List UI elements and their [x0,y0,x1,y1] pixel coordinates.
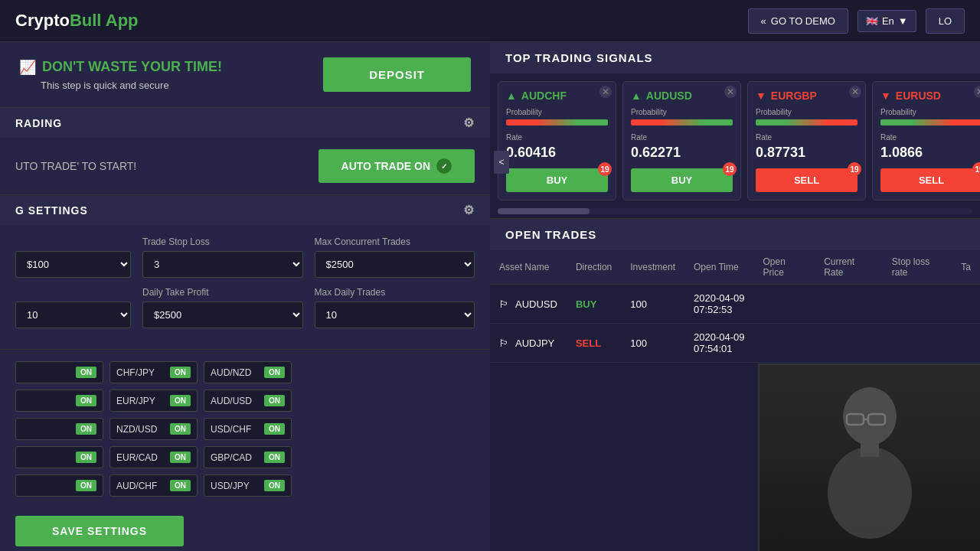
signal-pair-1: ▲ AUDUSD [631,90,733,102]
flag-1: 🏳 [499,337,509,349]
signals-scrollbar[interactable] [498,208,972,214]
asset-field: $100 [15,247,131,278]
rate-value-0: 0.60416 [506,145,608,161]
signal-pair-3: ▼ EURUSD [880,90,980,102]
ss-select[interactable]: 10 [15,302,131,328]
cell-asset-0: 🏳 AUDUSD [490,285,567,324]
on-badge-4: ON [76,452,96,463]
auto-trade-prompt: UTO TRADE' TO START! [15,160,136,172]
settings-gear-icon[interactable]: ⚙ [463,203,475,217]
stop-loss-select[interactable]: 3 [142,251,302,278]
on-badge-chfjpy: ON [170,367,191,378]
signal-close-1[interactable]: ✕ [724,86,737,98]
action-btn-1[interactable]: BUY 19 [631,168,733,192]
rate-label-1: Rate [631,133,733,142]
toggle-eurjpy[interactable]: EUR/JPY ON [109,390,198,412]
col-direction: Direction [567,250,621,285]
toggle-usdchf[interactable]: USD/CHF ON [204,418,292,440]
on-badge-gbpcad: ON [264,452,285,463]
pair-audchf: AUD/CHF [116,481,157,491]
deposit-banner: 📈 DON'T WASTE YOUR TIME! This step is qu… [0,42,490,108]
cell-investment-1: 100 [621,324,684,363]
asset-select[interactable]: $100 [15,251,131,278]
signal-close-2[interactable]: ✕ [849,86,861,98]
toggle-left-3[interactable]: ON [15,418,103,440]
concurrent-select[interactable]: $2500 [315,251,475,278]
toggle-left-2[interactable]: ON [15,390,103,412]
header: CryptoBull App « GO TO DEMO 🇬🇧 En ▼ LO [0,0,980,42]
action-btn-2[interactable]: SELL 19 [756,168,858,192]
auto-trade-button[interactable]: AUTO TRADE ON ✓ [318,149,475,183]
toggle-eurcad[interactable]: EUR/CAD ON [109,446,198,468]
signal-close-0[interactable]: ✕ [599,86,612,98]
toggle-nzdusd[interactable]: NZD/USD ON [109,418,198,440]
go-demo-button[interactable]: « GO TO DEMO [748,8,848,34]
signal-name-0: AUDCHF [521,90,567,102]
col-ta: Ta [952,250,980,285]
webcam-overlay [758,364,980,551]
settings-row-2: 10 Daily Take Profit $2500 Max Daily Tra… [15,287,475,328]
save-settings-button[interactable]: SAVE SETTINGS [15,516,184,546]
save-settings-row: SAVE SETTINGS [0,508,490,551]
take-profit-field: Daily Take Profit $2500 [142,287,302,328]
settings-row-1: $100 Trade Stop Loss 3 Max Concurrent Tr… [15,236,475,278]
rate-value-3: 1.0866 [880,145,980,161]
prob-bar-1 [631,119,733,126]
toggle-gbpcad[interactable]: GBP/CAD ON [204,446,292,468]
concurrent-label: Max Concurrent Trades [315,236,475,247]
person-silhouette [801,374,939,543]
go-demo-label: GO TO DEMO [771,15,835,27]
toggle-usdjpy[interactable]: USD/JPY ON [204,474,292,497]
daily-trades-select[interactable]: 10 [315,302,475,328]
table-header-row: Asset Name Direction Investment Open Tim… [490,250,980,285]
toggle-audchf[interactable]: AUD/CHF ON [109,474,198,497]
rate-label-0: Rate [506,133,608,142]
action-btn-3[interactable]: SELL 19 [880,168,980,192]
signal-pair-0: ▲ AUDCHF [506,90,608,102]
asset-name-0: AUDUSD [515,298,557,310]
col-open-time: Open Time [684,250,754,285]
pair-eurcad: EUR/CAD [116,452,158,463]
login-button[interactable]: LO [926,8,965,34]
trade-count-1: 19 [723,162,737,176]
toggle-audusd[interactable]: AUD/USD ON [204,390,292,412]
pair-eurjpy: EUR/JPY [116,396,155,406]
on-badge-audusd: ON [264,395,285,406]
table-row: 🏳 AUDUSD BUY 100 2020-04-09 07:52:53 [490,285,980,324]
toggle-chfjpy[interactable]: CHF/JPY ON [109,361,198,383]
signal-arrow-3: ▼ [880,90,891,102]
toggle-left-5[interactable]: ON [15,474,103,497]
flag-0: 🏳 [499,298,509,310]
signals-title: TOP TRADING SIGNALS [505,51,653,64]
signal-arrow-1: ▲ [631,90,642,102]
cell-stop-0 [883,285,952,324]
cell-direction-1: SELL [567,324,621,363]
signal-name-2: EURGBP [771,90,817,102]
gear-icon[interactable]: ⚙ [463,116,475,130]
toggle-audnzd[interactable]: AUD/NZD ON [204,361,292,383]
table-row: 🏳 AUDJPY SELL 100 2020-04-09 07:54:01 [490,324,980,363]
pair-usdjpy: USD/JPY [211,481,250,491]
prob-label-3: Probability [880,108,980,116]
action-btn-0[interactable]: BUY 19 [506,168,608,192]
logo-text-bull: Bull App [70,11,139,31]
trading-settings-title: G SETTINGS [15,204,88,217]
cell-time-1: 2020-04-09 07:54:01 [684,324,754,363]
signal-arrow-0: ▲ [506,90,517,102]
language-selector[interactable]: 🇬🇧 En ▼ [858,10,916,32]
trade-count-3: 19 [972,162,980,176]
cell-asset-1: 🏳 AUDJPY [490,324,567,363]
stop-loss-field: Trade Stop Loss 3 [142,236,302,278]
deposit-button[interactable]: DEPOSIT [323,57,471,92]
toggle-left-4[interactable]: ON [15,446,103,468]
toggle-left-1[interactable]: ON [15,361,103,383]
signals-scroll-thumb[interactable] [498,208,590,214]
svg-point-4 [828,447,912,539]
signal-card-1: ✕ ▲ AUDUSD Probability Rate 0.62271 BUY … [622,81,741,201]
scroll-nav-button[interactable]: < [494,151,509,174]
col-investment: Investment [621,250,684,285]
double-arrow-icon: « [761,15,766,27]
cell-investment-0: 100 [621,285,684,324]
take-profit-select[interactable]: $2500 [142,302,302,328]
trading-signals-section: TOP TRADING SIGNALS ✕ ▲ AUDCHF Probabili… [490,42,980,219]
